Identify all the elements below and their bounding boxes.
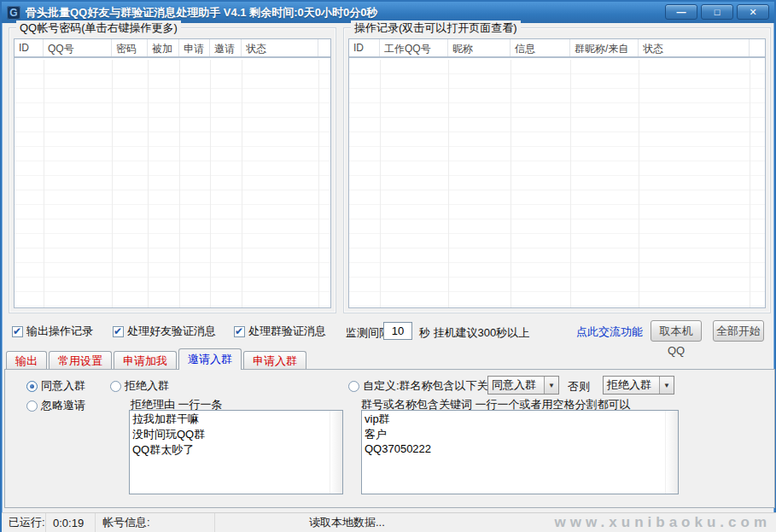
- window-title: 骨头批量QQ好友与群验证消息处理助手 V4.1 剩余时间:0天0小时0分0秒: [26, 5, 377, 20]
- checkbox-icon[interactable]: [234, 326, 245, 337]
- records-table-header: ID 工作QQ号 昵称 信息 群昵称/来自 状态: [349, 39, 765, 58]
- tab-common-settings[interactable]: 常用设置: [49, 351, 112, 370]
- col-status: 状态: [242, 39, 318, 56]
- keywords-field-wrap: vip群 客户 QQ37050222: [361, 410, 679, 494]
- running-label: 已运行:: [2, 513, 46, 532]
- minimize-icon[interactable]: —: [665, 4, 697, 20]
- running-time: 0:0:19: [46, 513, 96, 532]
- records-table-body[interactable]: [349, 60, 765, 307]
- close-icon[interactable]: ✕: [737, 4, 769, 20]
- reject-reasons-textarea[interactable]: 拉我加群干嘛 没时间玩QQ群 QQ群太吵了: [130, 411, 342, 494]
- keywords-textarea[interactable]: vip群 客户 QQ37050222: [362, 411, 678, 494]
- start-all-button[interactable]: 全部开始: [713, 320, 764, 342]
- col-password: 密码: [112, 39, 148, 56]
- records-table[interactable]: ID 工作QQ号 昵称 信息 群昵称/来自 状态: [348, 38, 766, 308]
- match-action-select[interactable]: 同意入群 ▼: [487, 376, 559, 395]
- interval-suffix: 秒 挂机建议300秒以上: [419, 325, 529, 341]
- tab-strip: 输出 常用设置 申请加我 邀请入群 申请入群: [6, 348, 308, 370]
- col-work-qq: 工作QQ号: [380, 39, 448, 56]
- radio-icon[interactable]: [26, 400, 38, 412]
- records-groupbox-title: 操作记录(双击可以打开页面查看): [351, 20, 521, 36]
- tab-invite-to-group[interactable]: 邀请入群: [178, 348, 242, 370]
- checkbox-icon[interactable]: [113, 326, 124, 337]
- col-group-from: 群昵称/来自: [570, 39, 639, 56]
- checkbox-group-verify[interactable]: 处理群验证消息: [234, 323, 326, 340]
- accounts-table-header: ID QQ号 密码 被加 申请 邀请 状态: [15, 39, 330, 58]
- accounts-groupbox: QQ帐号密码(单击右键操作更多) ID QQ号 密码 被加 申请 邀请 状态: [9, 27, 336, 313]
- account-info-label: 帐号信息:: [96, 513, 215, 532]
- get-local-qq-button[interactable]: 取本机QQ: [651, 320, 702, 342]
- otherwise-label: 否则: [568, 379, 590, 395]
- radio-reject-join[interactable]: 拒绝入群: [110, 378, 169, 394]
- invite-tab-panel: 同意入群 拒绝入群 忽略邀请 拒绝理由 一行一条 拉我加群干嘛 没时间玩QQ群 …: [4, 369, 775, 508]
- tab-apply-add-me[interactable]: 申请加我: [114, 351, 177, 370]
- col-status: 状态: [639, 39, 750, 56]
- checkbox-output-records[interactable]: 输出操作记录: [12, 323, 93, 340]
- radio-icon[interactable]: [348, 381, 359, 392]
- radio-ignore-invite[interactable]: 忽略邀请: [26, 398, 85, 413]
- radio-icon[interactable]: [110, 381, 121, 392]
- col-added: 被加: [148, 39, 179, 56]
- accounts-table[interactable]: ID QQ号 密码 被加 申请 邀请 状态: [14, 38, 331, 308]
- accounts-groupbox-title: QQ帐号密码(单击右键操作更多): [16, 20, 181, 36]
- reject-reasons-field-wrap: 拉我加群干嘛 没时间玩QQ群 QQ群太吵了: [129, 410, 343, 494]
- tab-output[interactable]: 输出: [6, 351, 47, 370]
- radio-custom-keywords[interactable]: 自定义:群名称包含以下关键词: [348, 378, 511, 394]
- col-invite: 邀请: [210, 39, 242, 56]
- control-bar: 输出操作记录 处理好友验证消息 处理群验证消息 监测间隔 秒 挂机建议300秒以…: [2, 318, 776, 345]
- radio-agree-join[interactable]: 同意入群: [26, 378, 85, 394]
- app-window: G 骨头批量QQ好友与群验证消息处理助手 V4.1 剩余时间:0天0小时0分0秒…: [0, 0, 776, 532]
- col-qq: QQ号: [44, 39, 112, 56]
- chevron-down-icon[interactable]: ▼: [544, 377, 558, 394]
- col-message: 信息: [511, 39, 570, 56]
- interval-input[interactable]: [383, 322, 412, 340]
- records-groupbox: 操作记录(双击可以打开页面查看) ID 工作QQ号 昵称 信息 群昵称/来自 状…: [343, 27, 771, 313]
- accounts-table-body[interactable]: [15, 60, 330, 307]
- col-apply: 申请: [179, 39, 210, 56]
- app-icon: G: [7, 6, 20, 20]
- tab-apply-to-group[interactable]: 申请入群: [243, 351, 306, 370]
- col-id: ID: [15, 39, 44, 56]
- radio-icon[interactable]: [26, 381, 38, 392]
- col-id: ID: [349, 39, 380, 56]
- maximize-icon[interactable]: □: [701, 4, 733, 20]
- chevron-down-icon[interactable]: ▼: [659, 377, 674, 394]
- checkbox-friend-verify[interactable]: 处理好友验证消息: [113, 323, 216, 340]
- checkbox-icon[interactable]: [12, 326, 23, 337]
- watermark-text: www.xunibaoku.com: [555, 514, 771, 531]
- else-action-select[interactable]: 拒绝入群 ▼: [603, 376, 674, 395]
- col-nickname: 昵称: [448, 39, 511, 56]
- chat-feature-link[interactable]: 点此交流功能: [576, 324, 643, 340]
- status-message: 读取本地数据...: [215, 513, 392, 532]
